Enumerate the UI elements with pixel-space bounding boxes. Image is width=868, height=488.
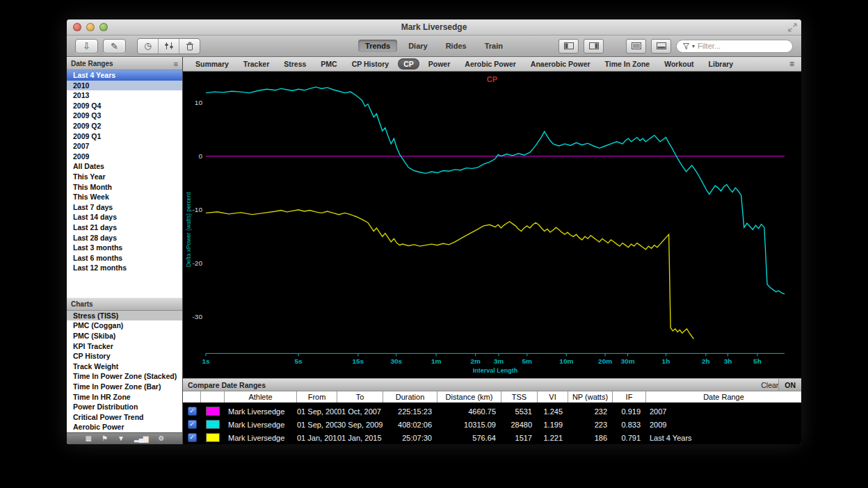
chart-item-power-distribution[interactable]: Power Distribution <box>67 402 182 412</box>
list-view-button[interactable] <box>626 39 646 54</box>
row-checkbox[interactable]: ✓ <box>188 420 197 429</box>
series-line-last-4-years <box>206 210 693 339</box>
date-range-item-last-4-years[interactable]: Last 4 Years <box>67 70 182 81</box>
filter-input[interactable]: ▾ Filter... <box>676 40 793 53</box>
date-range-item-2009-q4[interactable]: 2009 Q4 <box>67 101 182 111</box>
right-panel-icon <box>589 42 599 49</box>
zoom-button[interactable] <box>99 23 108 31</box>
chart-item-time-in-power-zone-bar[interactable]: Time In Power Zone (Bar) <box>67 382 182 392</box>
chart-title: CP <box>487 75 497 83</box>
date-range-item-2009-q1[interactable]: 2009 Q1 <box>67 131 182 142</box>
tab-bar-menu-icon[interactable]: ≡ <box>789 59 794 69</box>
main-tab-stress[interactable]: Stress <box>278 58 312 70</box>
chart-item-track-weight[interactable]: Track Weight <box>67 361 182 372</box>
x-tick-label: 1s <box>202 357 210 365</box>
main-tab-cp[interactable]: CP <box>398 58 419 70</box>
cell-tss: 5531 <box>501 407 538 416</box>
download-button[interactable]: ⇩ <box>75 39 98 54</box>
bookmark-icon[interactable]: ⚑ <box>102 435 107 442</box>
date-range-item-last-6-months[interactable]: Last 6 months <box>67 253 182 263</box>
date-range-item-last-7-days[interactable]: Last 7 days <box>67 202 182 213</box>
date-range-item-last-12-months[interactable]: Last 12 months <box>67 263 182 273</box>
date-range-item-all-dates[interactable]: All Dates <box>67 161 182 172</box>
chart-item-pmc-coggan[interactable]: PMC (Coggan) <box>67 320 182 331</box>
main-tab-time-in-zone[interactable]: Time In Zone <box>600 58 656 70</box>
sidebar-footer-toolbar: ▦⚑▼▂▄▆⚙ <box>67 432 182 444</box>
trash-button[interactable] <box>179 39 200 54</box>
row-checkbox[interactable]: ✓ <box>188 433 197 442</box>
sliders-icon <box>164 42 174 50</box>
minimize-button[interactable] <box>86 23 95 31</box>
date-range-item-2009-q2[interactable]: 2009 Q2 <box>67 121 182 131</box>
date-range-item-2009-q3[interactable]: 2009 Q3 <box>67 111 182 121</box>
chart-bars-icon[interactable]: ▂▄▆ <box>134 435 147 442</box>
x-tick-label: 30s <box>390 357 402 365</box>
left-sidebar-button[interactable] <box>558 39 579 54</box>
cell-athlete: Mark Liversedge <box>225 407 297 416</box>
date-range-item-this-month[interactable]: This Month <box>67 182 182 193</box>
chart-item-pmc-skiba[interactable]: PMC (Skiba) <box>67 331 182 341</box>
cell-range: 2007 <box>646 407 801 416</box>
date-range-item-2009[interactable]: 2009 <box>67 152 182 162</box>
chevron-down-icon: ▾ <box>692 43 695 49</box>
main-tab-tracker[interactable]: Tracker <box>238 58 275 70</box>
bottom-pane-button[interactable] <box>651 39 671 54</box>
date-range-item-last-28-days[interactable]: Last 28 days <box>67 233 182 243</box>
chart-item-stress-tiss[interactable]: Stress (TISS) <box>67 311 182 321</box>
toolbar-left-group: ⇩ ✎ ◷ <box>75 38 200 54</box>
clear-button[interactable]: Clear <box>761 381 778 389</box>
x-tick-label: 20m <box>598 357 612 365</box>
main-tab-summary[interactable]: Summary <box>190 58 234 70</box>
stopwatch-button[interactable]: ◷ <box>138 39 159 54</box>
x-tick-label: 5m <box>522 357 533 365</box>
filter-icon[interactable]: ▼ <box>118 435 124 442</box>
main-tab-cp-history[interactable]: CP History <box>346 58 395 70</box>
close-button[interactable] <box>73 23 81 31</box>
charts-list: Stress (TISS)PMC (Coggan)PMC (Skiba)KPI … <box>67 311 182 432</box>
cell-np: 232 <box>568 407 613 416</box>
chart-item-aerobic-power[interactable]: Aerobic Power <box>67 422 182 432</box>
main-tab-library[interactable]: Library <box>703 58 739 70</box>
chart-item-critical-power-trend[interactable]: Critical Power Trend <box>67 412 182 423</box>
cell-duration: 225:15:23 <box>383 407 437 416</box>
date-range-item-this-year[interactable]: This Year <box>67 172 182 182</box>
chart-item-time-in-hr-zone[interactable]: Time In HR Zone <box>67 392 182 402</box>
window-controls <box>73 23 108 31</box>
date-ranges-menu-icon[interactable]: ≡ <box>174 60 178 68</box>
gear-icon[interactable]: ⚙ <box>158 435 163 442</box>
main-tab-workout[interactable]: Workout <box>659 58 699 70</box>
main-tab-power[interactable]: Power <box>423 58 456 70</box>
chart-item-kpi-tracker[interactable]: KPI Tracker <box>67 341 182 352</box>
right-sidebar-button[interactable] <box>584 39 604 54</box>
trash-icon <box>186 42 194 51</box>
download-icon: ⇩ <box>83 41 90 51</box>
date-range-item-2013[interactable]: 2013 <box>67 90 182 101</box>
view-tab-train[interactable]: Train <box>478 40 510 52</box>
chart-item-time-in-power-zone-stacked[interactable]: Time In Power Zone (Stacked) <box>67 371 182 382</box>
date-range-item-last-21-days[interactable]: Last 21 days <box>67 222 182 233</box>
x-tick-label: 1h <box>662 357 670 365</box>
edit-button[interactable]: ✎ <box>103 39 126 54</box>
main-tab-pmc[interactable]: PMC <box>315 58 342 70</box>
series-color-swatch <box>206 433 220 442</box>
row-checkbox[interactable]: ✓ <box>188 407 197 416</box>
x-axis-label: Interval Length <box>473 367 517 374</box>
main-tab-anaerobic-power[interactable]: Anaerobic Power <box>525 58 596 70</box>
date-range-item-2010[interactable]: 2010 <box>67 81 182 91</box>
series-color-swatch <box>206 420 220 429</box>
y-tick-label: 0 <box>198 152 202 160</box>
fullscreen-icon[interactable] <box>788 23 797 32</box>
date-range-item-2007[interactable]: 2007 <box>67 141 182 152</box>
date-range-item-last-14-days[interactable]: Last 14 days <box>67 212 182 222</box>
calendar-icon[interactable]: ▦ <box>86 435 91 442</box>
date-range-item-this-week[interactable]: This Week <box>67 192 182 202</box>
cmp-col-vi: VI <box>538 391 568 402</box>
view-tab-trends[interactable]: Trends <box>358 40 397 52</box>
on-toggle-button[interactable]: ON <box>778 379 801 391</box>
date-range-item-last-3-months[interactable]: Last 3 months <box>67 243 182 253</box>
main-tab-aerobic-power[interactable]: Aerobic Power <box>459 58 522 70</box>
view-tab-rides[interactable]: Rides <box>439 40 474 52</box>
sliders-button[interactable] <box>159 39 179 54</box>
chart-item-cp-history[interactable]: CP History <box>67 351 182 361</box>
view-tab-diary[interactable]: Diary <box>401 40 435 52</box>
